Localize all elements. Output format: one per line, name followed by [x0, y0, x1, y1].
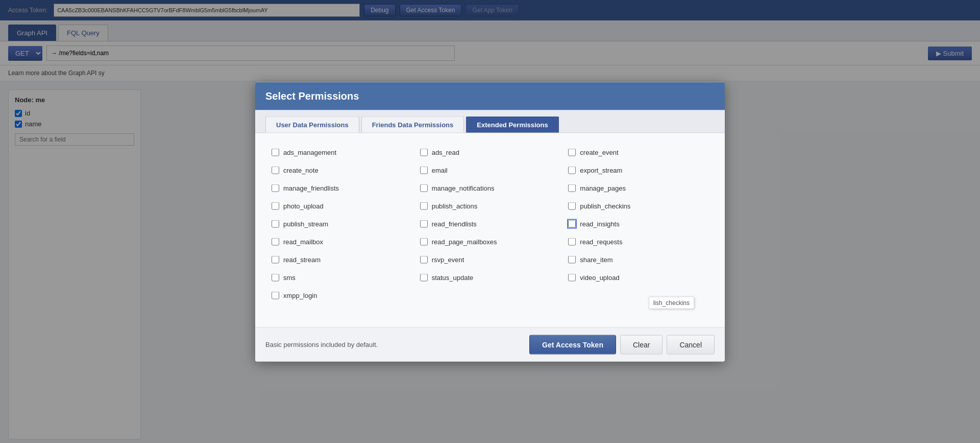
perm-video-upload: video_upload: [564, 268, 713, 286]
label-xmpp-login: xmpp_login: [283, 291, 317, 299]
modal-header: Select Permissions: [255, 82, 725, 110]
label-read-stream: read_stream: [283, 255, 321, 263]
footer-buttons: Get Access Token Clear Cancel: [529, 335, 715, 354]
label-read-friendlists: read_friendlists: [432, 220, 477, 227]
permissions-grid: ads_management ads_read create_event cre…: [267, 143, 713, 304]
perm-manage-friendlists: manage_friendlists: [267, 179, 416, 197]
get-access-token-button[interactable]: Get Access Token: [529, 335, 616, 354]
checkbox-publish-checkins[interactable]: [568, 202, 576, 209]
checkbox-create-note[interactable]: [272, 166, 279, 174]
modal-tabs: User Data Permissions Friends Data Permi…: [255, 110, 725, 133]
label-read-requests: read_requests: [580, 238, 622, 245]
checkbox-manage-friendlists[interactable]: [272, 184, 279, 192]
label-publish-stream: publish_stream: [283, 220, 328, 227]
label-sms: sms: [283, 273, 296, 281]
checkbox-status-update[interactable]: [420, 273, 428, 281]
perm-create-event: create_event: [564, 143, 713, 161]
perm-read-stream: read_stream: [267, 250, 416, 268]
perm-ads-read: ads_read: [416, 143, 565, 161]
label-create-note: create_note: [283, 166, 318, 174]
perm-sms: sms: [267, 268, 416, 286]
perm-manage-pages: manage_pages: [564, 179, 713, 197]
modal-footer: Basic permissions included by default. G…: [255, 327, 725, 361]
label-photo-upload: photo_upload: [283, 202, 324, 209]
perm-xmpp-login: xmpp_login: [267, 286, 416, 304]
label-email: email: [432, 166, 448, 174]
label-read-insights: read_insights: [580, 220, 619, 227]
perm-publish-stream: publish_stream: [267, 215, 416, 232]
checkbox-publish-actions[interactable]: [420, 202, 428, 209]
checkbox-read-insights[interactable]: [568, 220, 576, 227]
footer-note: Basic permissions included by default.: [265, 341, 378, 348]
label-manage-notifications: manage_notifications: [432, 184, 495, 192]
checkbox-create-event[interactable]: [568, 148, 576, 156]
label-manage-friendlists: manage_friendlists: [283, 184, 339, 192]
checkbox-rsvp-event[interactable]: [420, 255, 428, 263]
select-permissions-modal: Select Permissions User Data Permissions…: [255, 82, 725, 361]
label-status-update: status_update: [432, 273, 474, 281]
perm-ads-management: ads_management: [267, 143, 416, 161]
perm-read-page-mailboxes: read_page_mailboxes: [416, 232, 565, 250]
perm-read-mailbox: read_mailbox: [267, 232, 416, 250]
label-read-mailbox: read_mailbox: [283, 238, 323, 245]
checkbox-ads-read[interactable]: [420, 148, 428, 156]
checkbox-read-stream[interactable]: [272, 255, 279, 263]
label-create-event: create_event: [580, 148, 618, 156]
checkbox-publish-stream[interactable]: [272, 220, 279, 227]
tab-user-data-permissions[interactable]: User Data Permissions: [265, 116, 359, 132]
checkbox-email[interactable]: [420, 166, 428, 174]
perm-photo-upload: photo_upload: [267, 197, 416, 215]
perm-read-requests: read_requests: [564, 232, 713, 250]
checkbox-manage-notifications[interactable]: [420, 184, 428, 192]
label-ads-management: ads_management: [283, 148, 336, 156]
checkbox-export-stream[interactable]: [568, 166, 576, 174]
checkbox-share-item[interactable]: [568, 255, 576, 263]
label-read-page-mailboxes: read_page_mailboxes: [432, 238, 497, 245]
checkbox-photo-upload[interactable]: [272, 202, 279, 209]
checkbox-read-requests[interactable]: [568, 238, 576, 245]
perm-status-update: status_update: [416, 268, 565, 286]
checkbox-video-upload[interactable]: [568, 273, 576, 281]
checkbox-read-page-mailboxes[interactable]: [420, 238, 428, 245]
label-publish-checkins: publish_checkins: [580, 202, 630, 209]
clear-button[interactable]: Clear: [620, 335, 663, 354]
perm-export-stream: export_stream: [564, 161, 713, 179]
checkbox-read-friendlists[interactable]: [420, 220, 428, 227]
label-rsvp-event: rsvp_event: [432, 255, 464, 263]
checkbox-sms[interactable]: [272, 273, 279, 281]
tab-extended-permissions[interactable]: Extended Permissions: [466, 116, 558, 132]
label-ads-read: ads_read: [432, 148, 459, 156]
label-publish-actions: publish_actions: [432, 202, 478, 209]
perm-publish-actions: publish_actions: [416, 197, 565, 215]
tab-friends-data-permissions[interactable]: Friends Data Permissions: [361, 116, 464, 132]
perm-rsvp-event: rsvp_event: [416, 250, 565, 268]
label-video-upload: video_upload: [580, 273, 619, 281]
checkbox-ads-management[interactable]: [272, 148, 279, 156]
checkbox-read-mailbox[interactable]: [272, 238, 279, 245]
perm-email: email: [416, 161, 565, 179]
label-share-item: share_item: [580, 255, 612, 263]
perm-manage-notifications: manage_notifications: [416, 179, 565, 197]
label-export-stream: export_stream: [580, 166, 622, 174]
perm-publish-checkins: publish_checkins: [564, 197, 713, 215]
label-manage-pages: manage_pages: [580, 184, 626, 192]
modal-title: Select Permissions: [265, 90, 359, 101]
checkbox-xmpp-login[interactable]: [272, 291, 279, 299]
checkbox-manage-pages[interactable]: [568, 184, 576, 192]
cancel-button[interactable]: Cancel: [667, 335, 715, 354]
perm-read-insights: read_insights: [564, 215, 713, 232]
perm-read-friendlists: read_friendlists: [416, 215, 565, 232]
perm-share-item: share_item: [564, 250, 713, 268]
modal-body: ads_management ads_read create_event cre…: [255, 133, 725, 327]
perm-create-note: create_note: [267, 161, 416, 179]
